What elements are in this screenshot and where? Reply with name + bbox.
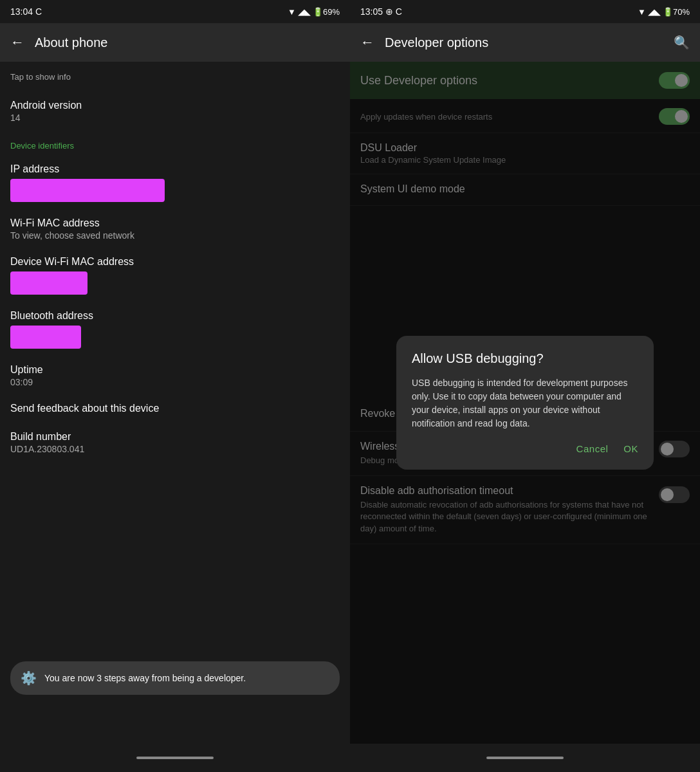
build-number-label: Build number — [10, 431, 340, 443]
android-version-label: Android version — [10, 100, 340, 111]
nav-pill-right — [486, 757, 564, 759]
dialog-title: Allow USB debugging? — [412, 351, 638, 366]
toast-message: ⚙️ You are now 3 steps away from being a… — [10, 661, 340, 695]
battery-icon-right: 🔋70% — [663, 7, 690, 17]
dialog-body: USB debugging is intended for developmen… — [412, 376, 638, 430]
status-icons-left: ▼ ◢◣ 🔋69% — [288, 7, 340, 17]
left-content: Tap to show info Android version 14 Devi… — [0, 62, 350, 744]
page-title-left: About phone — [35, 35, 340, 50]
wifi-mac-item[interactable]: Wi-Fi MAC address To view, choose saved … — [0, 210, 350, 248]
device-wifi-mac-label: Device Wi-Fi MAC address — [10, 256, 340, 268]
search-icon-right[interactable]: 🔍 — [674, 35, 690, 50]
android-version-item[interactable]: Android version 14 — [0, 92, 350, 131]
uptime-item[interactable]: Uptime 03:09 — [0, 356, 350, 395]
build-number-item[interactable]: Build number UD1A.230803.041 — [0, 423, 350, 462]
time-right: 13:05 ⊕ C — [360, 6, 402, 17]
left-panel: 13:04 C ▼ ◢◣ 🔋69% ← About phone Tap to s… — [0, 0, 350, 772]
ip-address-item[interactable]: IP address — [0, 156, 350, 210]
status-bar-right: 13:05 ⊕ C ▼ ◢◣ 🔋70% — [350, 0, 700, 23]
ip-address-redacted — [10, 179, 165, 202]
dialog-buttons: Cancel OK — [412, 443, 638, 454]
right-panel: 13:05 ⊕ C ▼ ◢◣ 🔋70% ← Developer options … — [350, 0, 700, 772]
device-wifi-mac-item[interactable]: Device Wi-Fi MAC address — [0, 248, 350, 302]
toast-icon: ⚙️ — [21, 670, 37, 686]
nav-bar-right — [350, 744, 700, 772]
toolbar-left: ← About phone — [0, 23, 350, 62]
toast-text: You are now 3 steps away from being a de… — [44, 672, 246, 684]
wifi-icon: ▼ — [288, 7, 296, 17]
toolbar-right: ← Developer options 🔍 — [350, 23, 700, 62]
dialog-overlay: Allow USB debugging? USB debugging is in… — [350, 62, 700, 744]
build-number-value: UD1A.230803.041 — [10, 444, 340, 454]
uptime-value: 03:09 — [10, 377, 340, 387]
back-button-left[interactable]: ← — [10, 34, 24, 51]
nav-pill-left — [136, 757, 214, 759]
tap-info: Tap to show info — [0, 67, 350, 92]
wifi-mac-value: To view, choose saved network — [10, 230, 340, 241]
bluetooth-address-item[interactable]: Bluetooth address — [0, 302, 350, 356]
device-wifi-mac-redacted — [10, 271, 88, 295]
back-button-right[interactable]: ← — [360, 34, 374, 51]
usb-debug-dialog: Allow USB debugging? USB debugging is in… — [396, 336, 654, 470]
status-bar-left: 13:04 C ▼ ◢◣ 🔋69% — [0, 0, 350, 23]
ip-address-label: IP address — [10, 163, 340, 175]
signal-icon-right: ◢◣ — [648, 7, 661, 17]
right-content: Use Developer options Apply updates when… — [350, 62, 700, 744]
bluetooth-address-label: Bluetooth address — [10, 310, 340, 322]
status-icons-right: ▼ ◢◣ 🔋70% — [638, 7, 690, 17]
android-version-value: 14 — [10, 113, 340, 123]
cancel-button[interactable]: Cancel — [576, 443, 609, 454]
device-identifiers-header: Device identifiers — [0, 131, 350, 156]
battery-icon: 🔋69% — [313, 7, 340, 17]
page-title-right: Developer options — [385, 35, 663, 50]
wifi-mac-label: Wi-Fi MAC address — [10, 217, 340, 229]
uptime-label: Uptime — [10, 364, 340, 376]
signal-icon: ◢◣ — [298, 7, 311, 17]
send-feedback-label: Send feedback about this device — [10, 403, 340, 414]
wifi-icon-right: ▼ — [638, 7, 646, 17]
time-left: 13:04 C — [10, 6, 42, 17]
send-feedback-item[interactable]: Send feedback about this device — [0, 395, 350, 423]
ok-button[interactable]: OK — [623, 443, 638, 454]
bluetooth-address-redacted — [10, 326, 81, 349]
nav-bar-left — [0, 744, 350, 772]
